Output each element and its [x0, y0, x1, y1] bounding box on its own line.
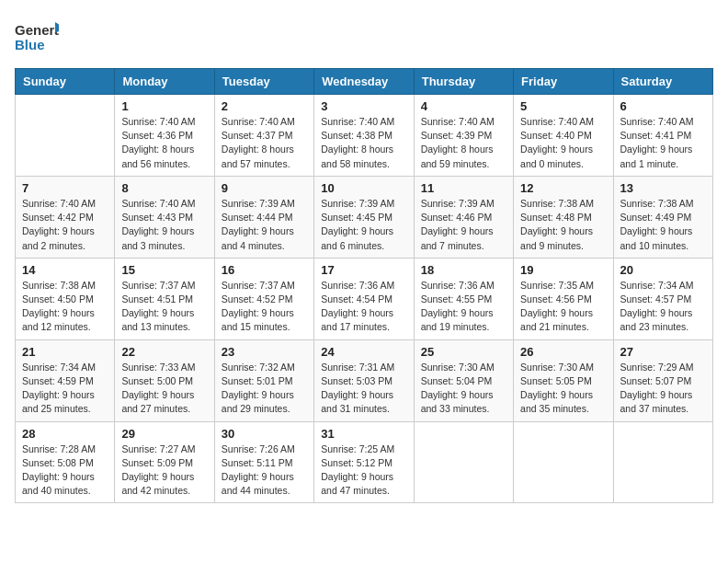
day-number: 25 — [421, 345, 506, 359]
calendar-cell: 18Sunrise: 7:36 AMSunset: 4:55 PMDayligh… — [414, 258, 513, 339]
calendar-week-row: 7Sunrise: 7:40 AMSunset: 4:42 PMDaylight… — [16, 176, 713, 258]
day-info: Sunrise: 7:33 AMSunset: 5:00 PMDaylight:… — [121, 361, 207, 417]
day-number: 3 — [321, 99, 406, 113]
day-number: 2 — [222, 99, 307, 113]
day-info: Sunrise: 7:40 AMSunset: 4:43 PMDaylight:… — [121, 197, 207, 253]
day-info: Sunrise: 7:38 AMSunset: 4:49 PMDaylight:… — [620, 197, 706, 253]
calendar-cell: 28Sunrise: 7:28 AMSunset: 5:08 PMDayligh… — [16, 421, 115, 503]
calendar-cell: 15Sunrise: 7:37 AMSunset: 4:51 PMDayligh… — [115, 258, 214, 339]
logo-icon: General Blue — [15, 15, 59, 59]
calendar-table: SundayMondayTuesdayWednesdayThursdayFrid… — [15, 68, 713, 503]
calendar-cell: 1Sunrise: 7:40 AMSunset: 4:36 PMDaylight… — [115, 95, 214, 177]
calendar-cell: 6Sunrise: 7:40 AMSunset: 4:41 PMDaylight… — [613, 95, 712, 177]
day-info: Sunrise: 7:27 AMSunset: 5:09 PMDaylight:… — [121, 442, 207, 499]
day-info: Sunrise: 7:40 AMSunset: 4:42 PMDaylight:… — [22, 197, 108, 253]
logo: General Blue — [15, 15, 59, 59]
day-info: Sunrise: 7:40 AMSunset: 4:36 PMDaylight:… — [121, 115, 207, 171]
day-number: 22 — [121, 345, 207, 359]
day-number: 29 — [121, 427, 207, 441]
day-number: 20 — [620, 263, 706, 277]
day-info: Sunrise: 7:40 AMSunset: 4:37 PMDaylight:… — [222, 115, 307, 171]
calendar-cell — [613, 421, 712, 503]
svg-text:General: General — [15, 22, 59, 38]
day-info: Sunrise: 7:30 AMSunset: 5:05 PMDaylight:… — [520, 361, 606, 417]
calendar-cell: 11Sunrise: 7:39 AMSunset: 4:46 PMDayligh… — [414, 176, 513, 258]
day-info: Sunrise: 7:34 AMSunset: 4:57 PMDaylight:… — [620, 279, 706, 335]
day-number: 21 — [22, 345, 108, 359]
day-number: 18 — [421, 263, 506, 277]
day-info: Sunrise: 7:30 AMSunset: 5:04 PMDaylight:… — [421, 361, 506, 417]
weekday-header-friday: Friday — [514, 69, 613, 95]
calendar-header-row: SundayMondayTuesdayWednesdayThursdayFrid… — [16, 69, 713, 95]
calendar-cell: 25Sunrise: 7:30 AMSunset: 5:04 PMDayligh… — [414, 339, 513, 421]
day-number: 28 — [22, 427, 108, 441]
calendar-cell — [514, 421, 613, 503]
day-number: 30 — [222, 427, 307, 441]
calendar-cell: 20Sunrise: 7:34 AMSunset: 4:57 PMDayligh… — [613, 258, 712, 339]
header: General Blue — [15, 15, 713, 59]
day-number: 5 — [520, 99, 606, 113]
calendar-cell: 4Sunrise: 7:40 AMSunset: 4:39 PMDaylight… — [414, 95, 513, 177]
day-info: Sunrise: 7:37 AMSunset: 4:52 PMDaylight:… — [222, 279, 307, 335]
calendar-cell: 2Sunrise: 7:40 AMSunset: 4:37 PMDaylight… — [214, 95, 313, 177]
day-info: Sunrise: 7:37 AMSunset: 4:51 PMDaylight:… — [121, 279, 207, 335]
calendar-cell: 14Sunrise: 7:38 AMSunset: 4:50 PMDayligh… — [16, 258, 115, 339]
weekday-header-saturday: Saturday — [613, 69, 712, 95]
calendar-cell: 7Sunrise: 7:40 AMSunset: 4:42 PMDaylight… — [16, 176, 115, 258]
weekday-header-tuesday: Tuesday — [214, 69, 313, 95]
day-info: Sunrise: 7:28 AMSunset: 5:08 PMDaylight:… — [22, 442, 108, 499]
day-number: 27 — [620, 345, 706, 359]
day-number: 14 — [22, 263, 108, 277]
day-number: 8 — [121, 181, 207, 195]
calendar-cell: 30Sunrise: 7:26 AMSunset: 5:11 PMDayligh… — [214, 421, 313, 503]
day-info: Sunrise: 7:39 AMSunset: 4:45 PMDaylight:… — [321, 197, 406, 253]
day-info: Sunrise: 7:34 AMSunset: 4:59 PMDaylight:… — [22, 361, 108, 417]
day-info: Sunrise: 7:25 AMSunset: 5:12 PMDaylight:… — [321, 442, 406, 499]
day-number: 10 — [321, 181, 406, 195]
day-info: Sunrise: 7:38 AMSunset: 4:50 PMDaylight:… — [22, 279, 108, 335]
day-info: Sunrise: 7:36 AMSunset: 4:55 PMDaylight:… — [421, 279, 506, 335]
day-number: 6 — [620, 99, 706, 113]
day-info: Sunrise: 7:32 AMSunset: 5:01 PMDaylight:… — [222, 361, 307, 417]
day-info: Sunrise: 7:26 AMSunset: 5:11 PMDaylight:… — [222, 442, 307, 499]
calendar-cell — [414, 421, 513, 503]
calendar-body: 1Sunrise: 7:40 AMSunset: 4:36 PMDaylight… — [16, 95, 713, 503]
day-number: 19 — [520, 263, 606, 277]
calendar-cell: 5Sunrise: 7:40 AMSunset: 4:40 PMDaylight… — [514, 95, 613, 177]
day-info: Sunrise: 7:40 AMSunset: 4:41 PMDaylight:… — [620, 115, 706, 171]
day-info: Sunrise: 7:38 AMSunset: 4:48 PMDaylight:… — [520, 197, 606, 253]
day-number: 1 — [121, 99, 207, 113]
calendar-cell: 8Sunrise: 7:40 AMSunset: 4:43 PMDaylight… — [115, 176, 214, 258]
day-info: Sunrise: 7:31 AMSunset: 5:03 PMDaylight:… — [321, 361, 406, 417]
calendar-cell: 29Sunrise: 7:27 AMSunset: 5:09 PMDayligh… — [115, 421, 214, 503]
day-number: 11 — [421, 181, 506, 195]
calendar-cell — [16, 95, 115, 177]
calendar-cell: 9Sunrise: 7:39 AMSunset: 4:44 PMDaylight… — [214, 176, 313, 258]
calendar-cell: 16Sunrise: 7:37 AMSunset: 4:52 PMDayligh… — [214, 258, 313, 339]
day-info: Sunrise: 7:39 AMSunset: 4:44 PMDaylight:… — [222, 197, 307, 253]
calendar-cell: 21Sunrise: 7:34 AMSunset: 4:59 PMDayligh… — [16, 339, 115, 421]
svg-text:Blue: Blue — [15, 37, 45, 52]
day-number: 23 — [222, 345, 307, 359]
calendar-cell: 3Sunrise: 7:40 AMSunset: 4:38 PMDaylight… — [314, 95, 414, 177]
day-info: Sunrise: 7:35 AMSunset: 4:56 PMDaylight:… — [520, 279, 606, 335]
weekday-header-thursday: Thursday — [414, 69, 513, 95]
calendar-cell: 31Sunrise: 7:25 AMSunset: 5:12 PMDayligh… — [314, 421, 414, 503]
calendar-cell: 19Sunrise: 7:35 AMSunset: 4:56 PMDayligh… — [514, 258, 613, 339]
calendar-week-row: 14Sunrise: 7:38 AMSunset: 4:50 PMDayligh… — [16, 258, 713, 339]
weekday-header-monday: Monday — [115, 69, 214, 95]
calendar-week-row: 1Sunrise: 7:40 AMSunset: 4:36 PMDaylight… — [16, 95, 713, 177]
day-number: 7 — [22, 181, 108, 195]
calendar-cell: 12Sunrise: 7:38 AMSunset: 4:48 PMDayligh… — [514, 176, 613, 258]
day-number: 17 — [321, 263, 406, 277]
day-info: Sunrise: 7:36 AMSunset: 4:54 PMDaylight:… — [321, 279, 406, 335]
day-info: Sunrise: 7:40 AMSunset: 4:40 PMDaylight:… — [520, 115, 606, 171]
weekday-header-wednesday: Wednesday — [314, 69, 414, 95]
day-number: 12 — [520, 181, 606, 195]
day-number: 31 — [321, 427, 406, 441]
day-number: 16 — [222, 263, 307, 277]
day-info: Sunrise: 7:40 AMSunset: 4:38 PMDaylight:… — [321, 115, 406, 171]
calendar-cell: 17Sunrise: 7:36 AMSunset: 4:54 PMDayligh… — [314, 258, 414, 339]
calendar-week-row: 21Sunrise: 7:34 AMSunset: 4:59 PMDayligh… — [16, 339, 713, 421]
day-info: Sunrise: 7:29 AMSunset: 5:07 PMDaylight:… — [620, 361, 706, 417]
